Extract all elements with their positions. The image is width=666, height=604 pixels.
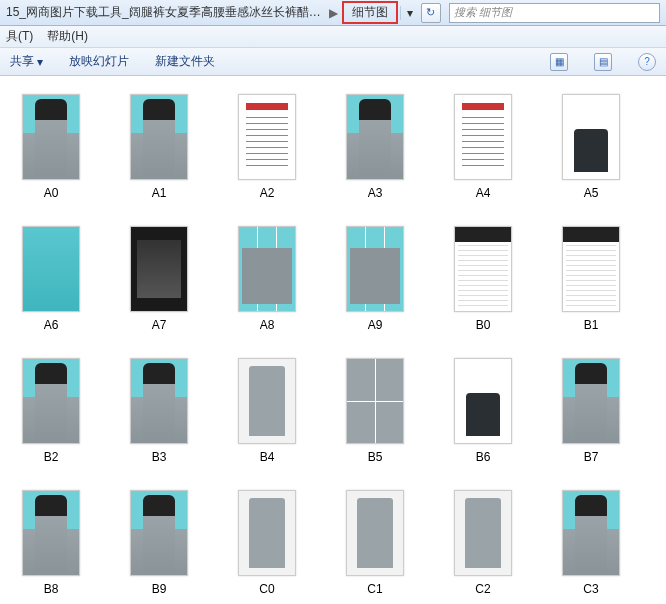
thumbnail-label: A7	[152, 318, 167, 332]
thumbnail-label: B9	[152, 582, 167, 596]
thumbnail-image	[130, 226, 188, 312]
thumbnail-image	[562, 490, 620, 576]
search-placeholder: 搜索 细节图	[454, 5, 512, 20]
thumbnail-image	[22, 358, 80, 444]
breadcrumb-dropdown[interactable]: ▾	[400, 6, 419, 20]
thumbnail-label: A1	[152, 186, 167, 200]
thumbnail-item[interactable]: A8	[220, 226, 314, 340]
thumbnail-image	[454, 94, 512, 180]
thumbnail-label: A3	[368, 186, 383, 200]
thumbnail-label: A8	[260, 318, 275, 332]
preview-pane-icon[interactable]: ▤	[594, 53, 612, 71]
thumbnail-label: C2	[475, 582, 490, 596]
thumbnail-item[interactable]: A3	[328, 94, 422, 208]
thumbnail-image	[454, 226, 512, 312]
thumbnail-image	[238, 226, 296, 312]
menu-bar: 具(T) 帮助(H)	[0, 26, 666, 48]
thumbnail-label: B1	[584, 318, 599, 332]
thumbnail-label: A5	[584, 186, 599, 200]
thumbnail-image	[130, 94, 188, 180]
thumbnail-label: A0	[44, 186, 59, 200]
thumbnail-image	[130, 490, 188, 576]
thumbnail-label: B8	[44, 582, 59, 596]
thumbnail-label: C3	[583, 582, 598, 596]
thumbnail-label: C1	[367, 582, 382, 596]
thumbnail-label: B2	[44, 450, 59, 464]
new-folder-button[interactable]: 新建文件夹	[155, 53, 215, 70]
thumbnail-label: B0	[476, 318, 491, 332]
thumbnail-image	[454, 490, 512, 576]
thumbnail-item[interactable]: B4	[220, 358, 314, 472]
thumbnail-item[interactable]: C3	[544, 490, 638, 604]
thumbnail-label: A9	[368, 318, 383, 332]
thumbnail-label: B5	[368, 450, 383, 464]
thumbnail-image	[238, 490, 296, 576]
thumbnail-image	[562, 226, 620, 312]
thumbnail-item[interactable]: B9	[112, 490, 206, 604]
thumbnail-image	[454, 358, 512, 444]
view-icon[interactable]: ▦	[550, 53, 568, 71]
menu-tools[interactable]: 具(T)	[6, 28, 33, 45]
thumbnail-item[interactable]: B0	[436, 226, 530, 340]
thumbnail-item[interactable]: A9	[328, 226, 422, 340]
thumbnail-label: C0	[259, 582, 274, 596]
thumbnail-label: A2	[260, 186, 275, 200]
thumbnail-item[interactable]: C2	[436, 490, 530, 604]
thumbnail-image	[346, 94, 404, 180]
thumbnail-item[interactable]: A7	[112, 226, 206, 340]
thumbnail-image	[238, 358, 296, 444]
thumbnail-image	[562, 358, 620, 444]
thumbnail-image	[22, 226, 80, 312]
menu-help[interactable]: 帮助(H)	[47, 28, 88, 45]
breadcrumb-path[interactable]: 15_网商图片下载工具_阔腿裤女夏季高腰垂感冰丝长裤醋…	[0, 4, 327, 21]
toolbar: 共享 ▾ 放映幻灯片 新建文件夹 ▦ ▤ ?	[0, 48, 666, 76]
thumbnail-item[interactable]: A2	[220, 94, 314, 208]
thumbnail-item[interactable]: B2	[4, 358, 98, 472]
thumbnail-item[interactable]: B1	[544, 226, 638, 340]
thumbnail-label: B4	[260, 450, 275, 464]
thumbnail-image	[22, 490, 80, 576]
thumbnail-item[interactable]: B6	[436, 358, 530, 472]
thumbnail-image	[130, 358, 188, 444]
thumbnail-image	[22, 94, 80, 180]
thumbnail-item[interactable]: A1	[112, 94, 206, 208]
chevron-right-icon: ▶	[327, 6, 340, 20]
thumbnail-item[interactable]: A6	[4, 226, 98, 340]
slideshow-button[interactable]: 放映幻灯片	[69, 53, 129, 70]
help-icon[interactable]: ?	[638, 53, 656, 71]
thumbnail-item[interactable]: C1	[328, 490, 422, 604]
share-button[interactable]: 共享 ▾	[10, 53, 43, 70]
thumbnail-item[interactable]: B7	[544, 358, 638, 472]
thumbnail-item[interactable]: A5	[544, 94, 638, 208]
thumbnail-image	[346, 490, 404, 576]
refresh-button[interactable]: ↻	[421, 3, 441, 23]
thumbnail-label: B6	[476, 450, 491, 464]
thumbnail-grid: A0A1A2A3A4A5A6A7A8A9B0B1B2B3B4B5B6B7B8B9…	[0, 76, 666, 604]
thumbnail-item[interactable]: B8	[4, 490, 98, 604]
thumbnail-label: B7	[584, 450, 599, 464]
thumbnail-item[interactable]: B3	[112, 358, 206, 472]
thumbnail-image	[562, 94, 620, 180]
address-bar: 15_网商图片下载工具_阔腿裤女夏季高腰垂感冰丝长裤醋… ▶ 细节图 ▾ ↻ 搜…	[0, 0, 666, 26]
thumbnail-image	[346, 226, 404, 312]
thumbnail-label: A6	[44, 318, 59, 332]
thumbnail-item[interactable]: B5	[328, 358, 422, 472]
thumbnail-label: A4	[476, 186, 491, 200]
thumbnail-image	[346, 358, 404, 444]
thumbnail-image	[238, 94, 296, 180]
thumbnail-item[interactable]: C0	[220, 490, 314, 604]
breadcrumb-current[interactable]: 细节图	[342, 1, 398, 24]
thumbnail-item[interactable]: A0	[4, 94, 98, 208]
search-input[interactable]: 搜索 细节图	[449, 3, 660, 23]
thumbnail-label: B3	[152, 450, 167, 464]
chevron-down-icon: ▾	[37, 55, 43, 69]
thumbnail-item[interactable]: A4	[436, 94, 530, 208]
